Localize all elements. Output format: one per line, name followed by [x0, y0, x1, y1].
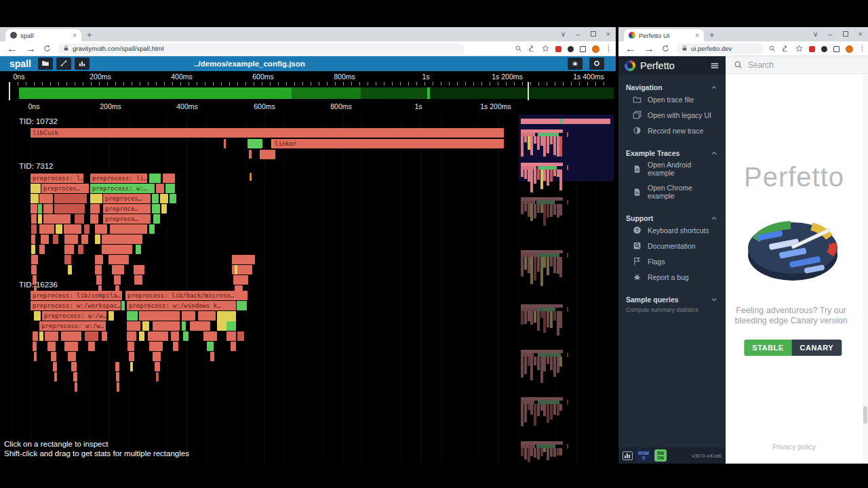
section-header[interactable]: Example Traces: [626, 149, 718, 157]
flame-bar[interactable]: [237, 331, 244, 341]
sidebar-item-flags[interactable]: Flags: [626, 253, 718, 269]
flame-bar[interactable]: [73, 372, 77, 382]
flame-bar[interactable]: [153, 321, 180, 331]
flame-bar[interactable]: [231, 342, 236, 351]
extension-icon[interactable]: [568, 46, 574, 52]
flame-bar[interactable]: [127, 321, 140, 331]
flame-bar[interactable]: [121, 301, 125, 310]
minimize-icon[interactable]: –: [576, 30, 580, 38]
url-field[interactable]: ui.perfetto.dev: [676, 43, 764, 54]
sidebar-item-report-a-bug[interactable]: Report a bug: [626, 269, 718, 285]
share-icon[interactable]: [528, 43, 536, 55]
flame-bar[interactable]: [134, 275, 142, 285]
flame-bar-preproce[interactable]: preproce…: [103, 204, 151, 214]
flame-bar[interactable]: [64, 255, 71, 264]
flame-bar[interactable]: [163, 174, 175, 183]
sidebar-item-open-android-example[interactable]: Open Android example: [626, 157, 718, 180]
histogram-button[interactable]: [75, 58, 90, 70]
measure-tool-button[interactable]: [56, 58, 71, 70]
timeline-ruler-zoomed[interactable]: 0ns200ms400ms600ms800ms1s1s 200ms: [0, 102, 616, 112]
flame-bar[interactable]: [38, 204, 42, 214]
flame-bar-preprocess-w-windows-k[interactable]: preprocess: w:/windows k…: [127, 301, 236, 310]
flame-bar[interactable]: [207, 342, 214, 351]
flame-bar[interactable]: [102, 245, 132, 254]
flame-bar[interactable]: [34, 311, 41, 321]
flame-bar[interactable]: [75, 382, 77, 392]
minimap-thumb[interactable]: [521, 397, 568, 428]
extension-icon[interactable]: [833, 46, 840, 52]
minimap-thumb[interactable]: [521, 129, 568, 161]
close-icon[interactable]: ×: [606, 30, 610, 38]
bookmark-star-icon[interactable]: [795, 43, 803, 55]
flame-bar[interactable]: [161, 204, 167, 214]
flame-bar[interactable]: [31, 255, 38, 264]
flame-bar[interactable]: [170, 194, 176, 203]
flame-bar[interactable]: [237, 301, 247, 310]
timeline-minimap[interactable]: [0, 87, 616, 99]
flame-bar[interactable]: [88, 342, 95, 351]
flame-bar[interactable]: [173, 342, 178, 351]
flame-bar[interactable]: [139, 331, 144, 341]
sidebar-item-open-trace-file[interactable]: Open trace file: [626, 92, 718, 107]
flame-bar[interactable]: [47, 342, 56, 351]
hamburger-menu-icon[interactable]: [710, 61, 719, 70]
flame-bar[interactable]: [232, 255, 255, 264]
search-bar[interactable]: [726, 56, 868, 74]
minimap-thumb[interactable]: [521, 441, 568, 464]
flame-bar[interactable]: [190, 321, 210, 331]
flame-bar[interactable]: [33, 342, 37, 351]
menu-kebab-icon[interactable]: ⋮⋮: [606, 47, 612, 51]
flame-bar-preprocess-lib-back-microso[interactable]: preprocess: lib/back/microso…: [125, 291, 248, 300]
flame-bar-preprocess-w-w[interactable]: preprocess: w:/w…: [39, 321, 106, 331]
minimap-activity-segment[interactable]: [361, 87, 427, 99]
flame-bar[interactable]: [56, 224, 62, 234]
flame-bar[interactable]: [95, 235, 100, 244]
flame-bar-linker[interactable]: linker: [271, 139, 504, 148]
flame-bar[interactable]: [249, 150, 252, 159]
minimap-thumb[interactable]: [521, 304, 568, 337]
window-controls[interactable]: ∨ – ×: [812, 28, 863, 40]
flame-bar[interactable]: [108, 311, 114, 321]
flame-bar[interactable]: [75, 214, 84, 224]
extension-icon[interactable]: [580, 46, 586, 52]
flame-bar[interactable]: [64, 342, 78, 351]
back-icon[interactable]: ←: [7, 43, 18, 55]
flame-bar-preprocess-w-workspac[interactable]: preprocess: w:/workspac…: [31, 301, 121, 310]
flame-bar[interactable]: [95, 265, 102, 274]
flame-bar-preprocess-li[interactable]: preprocess: li…: [90, 174, 147, 183]
flame-bar[interactable]: [152, 194, 159, 203]
flame-bar[interactable]: [31, 224, 37, 234]
section-header[interactable]: Support: [626, 214, 718, 222]
flame-bar[interactable]: [182, 321, 186, 331]
flame-bar[interactable]: [34, 352, 37, 361]
maximize-icon[interactable]: [591, 31, 596, 37]
flame-bar[interactable]: [160, 194, 168, 203]
flame-bar[interactable]: [64, 245, 74, 254]
tab-close-icon[interactable]: ×: [73, 32, 77, 39]
flame-bar[interactable]: [33, 275, 37, 285]
sidebar-item-keyboard-shortcuts[interactable]: ?Keyboard shortcuts: [626, 222, 718, 238]
close-icon[interactable]: ×: [859, 30, 863, 38]
flame-bar[interactable]: [233, 275, 248, 285]
flame-bar[interactable]: [95, 224, 107, 234]
profile-avatar[interactable]: [846, 45, 853, 53]
flame-bar[interactable]: [31, 265, 37, 274]
restore-down-icon[interactable]: ∨: [812, 30, 818, 39]
extension-icon[interactable]: [555, 46, 561, 52]
tab-close-icon[interactable]: ×: [695, 32, 699, 39]
flame-bar[interactable]: [148, 331, 168, 341]
flame-bar-preproce[interactable]: preproce…: [103, 214, 151, 224]
minimap-activity-segment[interactable]: [19, 87, 292, 99]
flame-bar[interactable]: [152, 204, 160, 214]
flame-bar[interactable]: [127, 331, 136, 341]
new-tab-button[interactable]: +: [709, 30, 715, 40]
flame-bar[interactable]: [43, 214, 71, 224]
reload-icon[interactable]: [43, 43, 51, 55]
sidebar-item-documentation[interactable]: Documentation: [626, 238, 718, 253]
canary-button[interactable]: CANARY: [792, 340, 842, 356]
section-header[interactable]: Navigation: [626, 83, 718, 92]
profile-avatar[interactable]: [592, 45, 599, 53]
flame-bar[interactable]: [183, 331, 189, 341]
flame-bar[interactable]: [224, 139, 226, 148]
metrics-icon[interactable]: [623, 451, 633, 460]
